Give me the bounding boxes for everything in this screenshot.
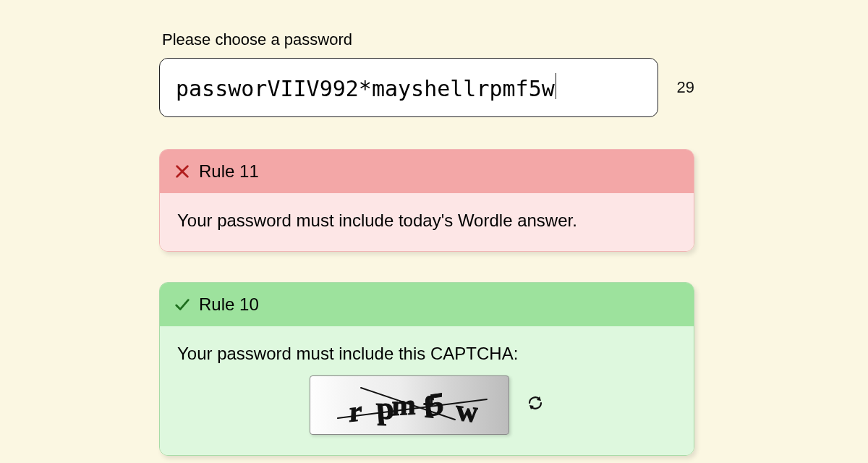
text-caret bbox=[556, 73, 556, 99]
rule-card-pass: Rule 10 Your password must include this … bbox=[159, 282, 694, 456]
rule-card-fail: Rule 11 Your password must include today… bbox=[159, 149, 694, 252]
svg-text:5: 5 bbox=[427, 384, 445, 422]
password-label: Please choose a password bbox=[162, 30, 694, 49]
rule-title: Rule 10 bbox=[199, 294, 259, 315]
x-icon bbox=[174, 163, 190, 179]
svg-text:m: m bbox=[391, 388, 416, 422]
refresh-icon bbox=[527, 394, 544, 412]
svg-text:r: r bbox=[349, 394, 362, 428]
char-count: 29 bbox=[677, 78, 694, 97]
captcha-refresh-button[interactable] bbox=[527, 394, 544, 416]
password-input[interactable]: passworVIIV992*mayshellrpmf5w bbox=[159, 58, 658, 117]
rule-header: Rule 10 bbox=[160, 283, 694, 326]
rule-header: Rule 11 bbox=[160, 150, 694, 193]
rule-description: Your password must include today's Wordl… bbox=[160, 193, 694, 251]
password-value: passworVIIV992*mayshellrpmf5w bbox=[176, 76, 555, 101]
check-icon bbox=[174, 297, 190, 313]
captcha-image: r p m f 5 w bbox=[310, 375, 509, 435]
svg-text:w: w bbox=[456, 393, 479, 428]
rule-description: Your password must include this CAPTCHA: bbox=[177, 344, 676, 364]
rule-title: Rule 11 bbox=[199, 161, 259, 182]
